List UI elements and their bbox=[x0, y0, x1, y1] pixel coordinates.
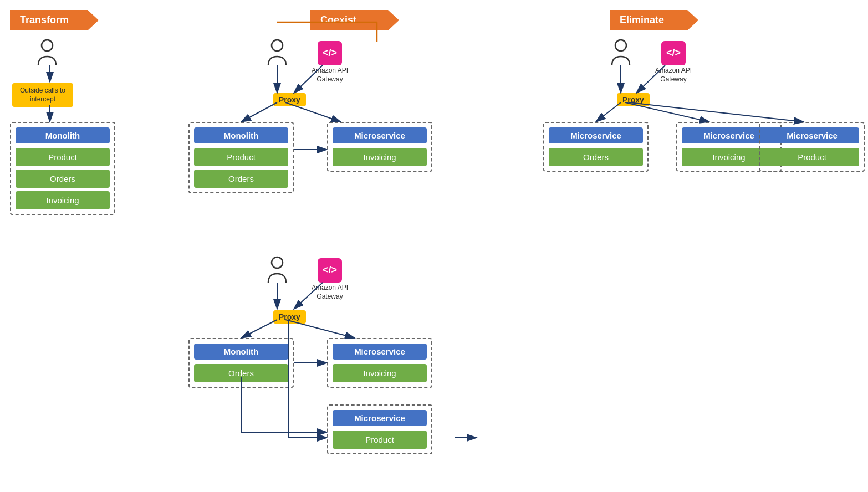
coexist-label: Coexist bbox=[310, 10, 399, 30]
transform-monolith-box: Monolith Product Orders Invoicing bbox=[10, 122, 115, 215]
arrows-overlay bbox=[0, 0, 868, 492]
coexist-bottom-gateway: </> Amazon API Gateway bbox=[310, 258, 349, 301]
eliminate-module-orders: Orders bbox=[549, 148, 643, 166]
coexist-top-microservice-box: Microservice Invoicing bbox=[327, 122, 432, 172]
eliminate-microservice1-box: Microservice Orders bbox=[543, 122, 649, 172]
eliminate-microservice1-header: Microservice bbox=[549, 127, 643, 144]
coexist-top-module-product: Product bbox=[194, 148, 288, 166]
eliminate-microservice3-box: Microservice Product bbox=[759, 122, 865, 172]
transform-banner: Transform bbox=[10, 10, 99, 30]
transform-module-invoicing: Invoicing bbox=[16, 191, 110, 209]
eliminate-proxy: Proxy bbox=[617, 93, 650, 106]
coexist-bottom-monolith-box: Monolith Orders bbox=[188, 338, 294, 388]
svg-line-29 bbox=[629, 102, 804, 122]
coexist-top-gateway: </> Amazon API Gateway bbox=[310, 41, 349, 84]
transform-person bbox=[36, 39, 58, 66]
transform-module-orders: Orders bbox=[16, 170, 110, 188]
coexist-top-monolith-header: Monolith bbox=[194, 127, 288, 144]
diagram-container: Transform Coexist Eliminate Outside call… bbox=[0, 0, 868, 492]
coexist-bottom-monolith-header: Monolith bbox=[194, 344, 288, 360]
coexist-top-proxy: Proxy bbox=[273, 93, 306, 106]
coexist-top-module-invoicing: Invoicing bbox=[333, 148, 427, 166]
eliminate-person bbox=[610, 39, 632, 66]
coexist-bottom-module-invoicing: Invoicing bbox=[333, 364, 427, 382]
eliminate-label: Eliminate bbox=[610, 10, 698, 30]
outside-calls-label: Outside calls to intercept bbox=[12, 83, 73, 107]
transform-module-product: Product bbox=[16, 148, 110, 166]
coexist-bottom-microservice2-box: Microservice Product bbox=[327, 404, 432, 454]
transform-label: Transform bbox=[10, 10, 99, 30]
coexist-bottom-proxy: Proxy bbox=[273, 310, 306, 324]
eliminate-microservice3-header: Microservice bbox=[765, 127, 859, 144]
coexist-top-module-orders: Orders bbox=[194, 170, 288, 188]
svg-line-17 bbox=[241, 320, 277, 338]
coexist-bottom-person bbox=[266, 256, 288, 284]
coexist-bottom-module-orders: Orders bbox=[194, 364, 288, 382]
svg-point-0 bbox=[42, 40, 53, 51]
svg-line-12 bbox=[241, 102, 277, 122]
eliminate-module-product: Product bbox=[765, 148, 859, 166]
eliminate-gateway: </> Amazon API Gateway bbox=[654, 41, 693, 84]
coexist-top-monolith-box: Monolith Product Orders bbox=[188, 122, 294, 193]
coexist-bottom-module-product: Product bbox=[333, 430, 427, 449]
coexist-bottom-microservice1-box: Microservice Invoicing bbox=[327, 338, 432, 388]
svg-point-2 bbox=[272, 257, 283, 268]
coexist-banner: Coexist bbox=[310, 10, 399, 30]
svg-point-1 bbox=[272, 40, 283, 51]
coexist-bottom-microservice1-header: Microservice bbox=[333, 344, 427, 360]
coexist-top-person bbox=[266, 39, 288, 66]
eliminate-banner: Eliminate bbox=[610, 10, 698, 30]
transform-monolith-header: Monolith bbox=[16, 127, 110, 144]
coexist-top-microservice-header: Microservice bbox=[333, 127, 427, 144]
svg-point-3 bbox=[615, 40, 626, 51]
coexist-bottom-microservice2-header: Microservice bbox=[333, 410, 427, 426]
